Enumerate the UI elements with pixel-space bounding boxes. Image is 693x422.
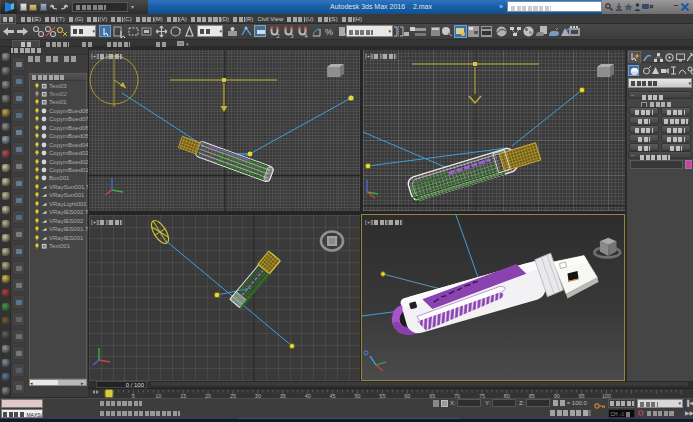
svg-text:2: 2 — [277, 33, 280, 39]
svg-text:%: % — [325, 27, 333, 37]
svg-text:3: 3 — [291, 33, 294, 39]
svg-text:4: 4 — [305, 33, 308, 39]
